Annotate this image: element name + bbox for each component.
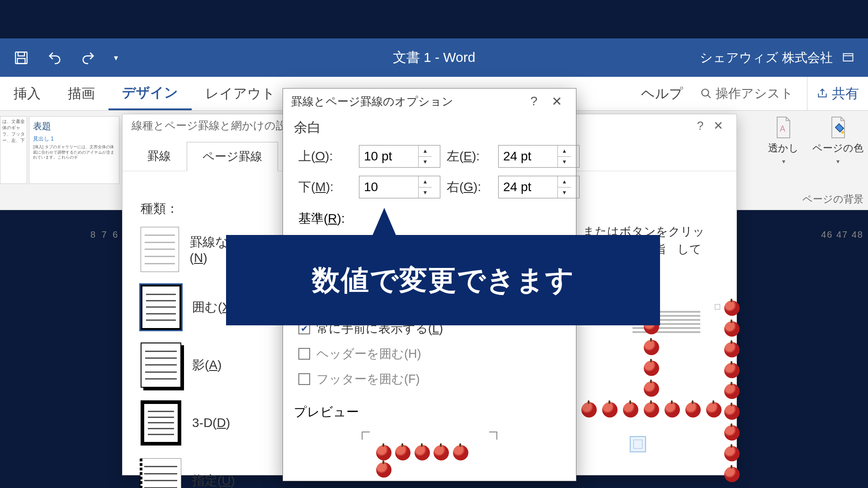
options-dialog-title: 罫線とページ罫線のオプション xyxy=(291,94,453,109)
redo-icon[interactable] xyxy=(80,50,96,66)
kind-label-custom: 指定(U) xyxy=(192,472,235,488)
qat-dropdown-icon[interactable]: ▾ xyxy=(114,53,118,63)
quick-access-toolbar: ▾ xyxy=(0,50,118,66)
kind-3d[interactable]: 3-D(D) xyxy=(141,394,254,452)
spin-down-icon[interactable]: ▼ xyxy=(419,157,432,168)
margin-top-input[interactable] xyxy=(359,145,418,167)
page-color-label: ページの色 xyxy=(812,141,863,155)
app-titlebar: ▾ 文書 1 - Word シェアウィズ 株式会社 xyxy=(0,38,868,77)
margin-left-label: 左(E): xyxy=(447,148,492,165)
ruler-left: 8 7 6 xyxy=(90,230,119,240)
kind-shadow[interactable]: 影(A) xyxy=(141,336,254,394)
svg-rect-2 xyxy=(18,58,25,63)
dialog-close-button[interactable]: ✕ xyxy=(709,119,727,133)
account-area[interactable]: シェアウィズ 株式会社 xyxy=(700,49,854,66)
spin-down-icon[interactable]: ▼ xyxy=(558,188,571,198)
share-button[interactable]: 共有 xyxy=(807,77,868,110)
options-dialog-titlebar: 罫線とページ罫線のオプション ? ✕ xyxy=(283,89,576,114)
kind-label-shadow: 影(A) xyxy=(192,357,222,374)
margin-top-label: 上(O): xyxy=(298,148,353,165)
gallery-heading: 見出し 1 xyxy=(33,135,115,143)
spin-up-icon[interactable]: ▲ xyxy=(558,145,571,157)
document-title: 文書 1 - Word xyxy=(393,48,476,67)
watermark-button[interactable]: A 透かし ▾ xyxy=(768,116,799,165)
checkbox-surround-header[interactable]: ✔ ヘッダーを囲む(H) xyxy=(298,341,561,366)
checkbox-surround-footer[interactable]: ✔ フッターを囲む(F) xyxy=(298,366,561,392)
paint-bucket-icon xyxy=(827,116,849,139)
checkbox-surround-footer-label: フッターを囲む(F) xyxy=(316,371,420,387)
tab-page-border[interactable]: ページ罫線 xyxy=(187,142,278,171)
svg-point-4 xyxy=(702,89,708,96)
page-icon: A xyxy=(772,116,795,139)
svg-point-6 xyxy=(841,131,844,134)
save-icon[interactable] xyxy=(14,50,29,66)
kind-label: 種類： xyxy=(141,200,179,217)
svg-rect-1 xyxy=(18,52,24,56)
tab-borders[interactable]: 罫線 xyxy=(132,141,187,171)
kind-custom[interactable]: 指定(U) xyxy=(141,452,254,488)
tab-help[interactable]: ヘルプ xyxy=(633,84,691,103)
options-dialog-help-button[interactable]: ? xyxy=(523,94,545,108)
margin-bottom-spinner[interactable]: ▲▼ xyxy=(359,176,440,198)
tab-layout[interactable]: レイアウト xyxy=(192,77,289,110)
chevron-down-icon: ▾ xyxy=(782,158,785,165)
undo-icon[interactable] xyxy=(47,50,62,66)
tab-draw[interactable]: 描画 xyxy=(54,77,108,110)
theme-gallery-item[interactable]: 表題 見出し 1 [挿入] タブのギャラリーには、文書全体の体裁に合わせて調整す… xyxy=(29,116,119,184)
dialog-help-button[interactable]: ? xyxy=(691,119,709,133)
share-icon xyxy=(816,88,828,99)
checkbox-icon: ✔ xyxy=(298,348,310,360)
margin-top-spinner[interactable]: ▲▼ xyxy=(359,145,440,168)
tab-design[interactable]: デザイン xyxy=(108,77,192,110)
kind-label-3d: 3-D(D) xyxy=(192,416,230,430)
margin-right-spinner[interactable]: ▲▼ xyxy=(498,176,580,198)
tab-insert[interactable]: 挿入 xyxy=(0,77,54,110)
checkbox-surround-header-label: ヘッダーを囲む(H) xyxy=(316,346,421,362)
page-color-button[interactable]: ページの色 ▾ xyxy=(812,116,863,165)
svg-rect-3 xyxy=(844,53,853,61)
page-apple-border-right xyxy=(724,300,751,481)
margin-right-label: 右(G): xyxy=(447,178,492,196)
ribbon-options-icon[interactable] xyxy=(842,52,854,64)
account-name: シェアウィズ 株式会社 xyxy=(700,49,833,66)
options-preview xyxy=(362,432,497,468)
checkbox-icon: ✔ xyxy=(298,373,310,385)
margin-bottom-input[interactable] xyxy=(359,176,418,198)
ruler-right: 46 47 48 xyxy=(821,230,863,240)
spin-up-icon[interactable]: ▲ xyxy=(419,145,432,157)
options-dialog-close-button[interactable]: ✕ xyxy=(545,94,568,109)
tell-me-label: 操作アシスト xyxy=(716,85,793,102)
tell-me-search[interactable]: 操作アシスト xyxy=(700,85,793,102)
ribbon-group-label: ページの背景 xyxy=(802,192,863,206)
share-label: 共有 xyxy=(832,84,859,103)
gallery-body: [挿入] タブのギャラリーには、文書全体の体裁に合わせて調整するためのアイテムが… xyxy=(33,145,115,160)
options-toggle-button[interactable] xyxy=(630,436,646,452)
margin-right-input[interactable] xyxy=(499,176,557,198)
watermark-label: 透かし xyxy=(768,141,799,155)
spin-up-icon[interactable]: ▲ xyxy=(419,176,432,188)
annotation-callout: 数値で変更できます xyxy=(226,235,660,325)
svg-text:A: A xyxy=(780,124,785,133)
dialog-title: 線種とページ罫線と網かけの設 xyxy=(132,118,287,133)
margin-left-input[interactable] xyxy=(499,145,557,167)
spin-down-icon[interactable]: ▼ xyxy=(558,157,571,168)
theme-gallery-item[interactable]: は、文書全体のギャラ、フッター、左、下 xyxy=(0,116,27,184)
preview-label: プレビュー xyxy=(283,395,576,429)
gallery-title: 表題 xyxy=(33,120,115,132)
margin-left-spinner[interactable]: ▲▼ xyxy=(498,145,580,168)
margin-bottom-label: 下(M): xyxy=(298,178,353,196)
spin-up-icon[interactable]: ▲ xyxy=(558,176,571,188)
search-icon xyxy=(700,88,712,99)
basis-label: 基準(R): xyxy=(283,202,576,235)
spin-down-icon[interactable]: ▼ xyxy=(419,188,432,198)
chevron-down-icon: ▾ xyxy=(836,158,840,165)
margin-section-label: 余白 xyxy=(283,114,576,141)
